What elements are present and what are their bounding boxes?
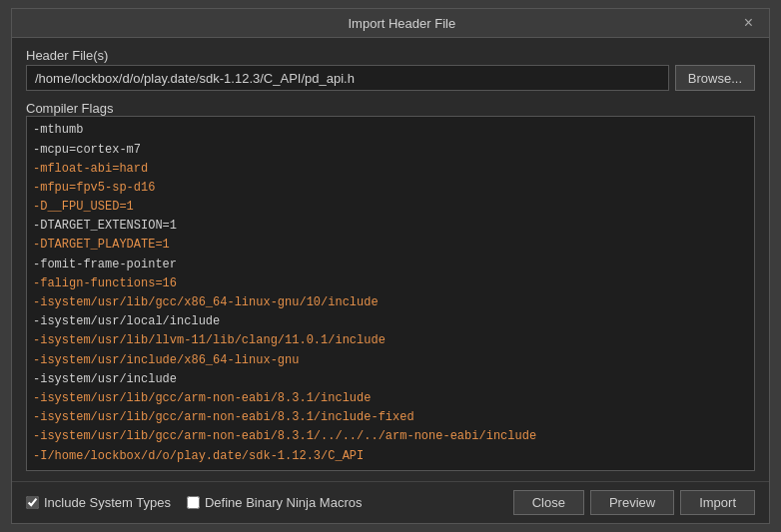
flag-line: -mcpu=cortex-m7 bbox=[33, 141, 748, 160]
browse-button[interactable]: Browse... bbox=[675, 65, 755, 91]
flag-line: -DTARGET_EXTENSION=1 bbox=[33, 217, 748, 236]
define-binary-ninja-macros-label: Define Binary Ninja Macros bbox=[205, 495, 363, 510]
compiler-flags-label: Compiler Flags bbox=[26, 101, 755, 116]
flag-line: -isystem/usr/lib/gcc/arm-non-eabi/8.3.1/… bbox=[33, 408, 748, 427]
flag-line: -DTARGET_PLAYDATE=1 bbox=[33, 236, 748, 255]
dialog-body: Header File(s) Browse... Compiler Flags … bbox=[12, 38, 769, 480]
close-button[interactable]: Close bbox=[513, 490, 584, 515]
compiler-flags-section: Compiler Flags -mthumb-mcpu=cortex-m7-mf… bbox=[26, 97, 755, 470]
header-file-row: Browse... bbox=[26, 65, 755, 91]
dialog-footer: Include System Types Define Binary Ninja… bbox=[12, 481, 769, 523]
header-file-section: Header File(s) Browse... bbox=[26, 48, 755, 91]
flag-line: -mthumb bbox=[33, 121, 748, 140]
header-file-label: Header File(s) bbox=[26, 48, 755, 63]
flag-line: -I/home/lockbox/d/o/play.date/sdk-1.12.3… bbox=[33, 447, 748, 466]
footer-buttons: Close Preview Import bbox=[513, 490, 755, 515]
checkbox-group: Include System Types Define Binary Ninja… bbox=[26, 495, 497, 510]
define-binary-ninja-macros-input[interactable] bbox=[187, 496, 200, 509]
include-system-types-label: Include System Types bbox=[44, 495, 171, 510]
include-system-types-checkbox[interactable]: Include System Types bbox=[26, 495, 171, 510]
flag-line: -isystem/usr/lib/llvm-11/lib/clang/11.0.… bbox=[33, 331, 748, 350]
preview-button[interactable]: Preview bbox=[590, 490, 674, 515]
flag-line: -isystem/usr/lib/gcc/arm-non-eabi/8.3.1/… bbox=[33, 389, 748, 408]
define-binary-ninja-macros-checkbox[interactable]: Define Binary Ninja Macros bbox=[187, 495, 363, 510]
import-header-file-dialog: Import Header File × Header File(s) Brow… bbox=[11, 8, 770, 523]
flag-line: -isystem/usr/lib/gcc/arm-non-eabi/8.3.1/… bbox=[33, 427, 748, 446]
header-file-input[interactable] bbox=[26, 65, 669, 91]
flag-line: -isystem/usr/include bbox=[33, 370, 748, 389]
include-system-types-input[interactable] bbox=[26, 496, 39, 509]
title-bar: Import Header File × bbox=[12, 9, 769, 38]
import-button[interactable]: Import bbox=[680, 490, 755, 515]
flag-line: -D__FPU_USED=1 bbox=[33, 198, 748, 217]
dialog-close-button[interactable]: × bbox=[740, 15, 757, 31]
flag-line: -falign-functions=16 bbox=[33, 274, 748, 293]
flag-line: -isystem/usr/include/x86_64-linux-gnu bbox=[33, 351, 748, 370]
flag-line: -isystem/usr/local/include bbox=[33, 312, 748, 331]
compiler-flags-area[interactable]: -mthumb-mcpu=cortex-m7-mfloat-abi=hard-m… bbox=[26, 116, 755, 470]
flag-line: -mfpu=fpv5-sp-d16 bbox=[33, 179, 748, 198]
dialog-title: Import Header File bbox=[64, 16, 740, 31]
flag-line: -fomit-frame-pointer bbox=[33, 256, 748, 274]
flag-line: -isystem/usr/lib/gcc/x86_64-linux-gnu/10… bbox=[33, 293, 748, 312]
flag-line: -mfloat-abi=hard bbox=[33, 160, 748, 179]
